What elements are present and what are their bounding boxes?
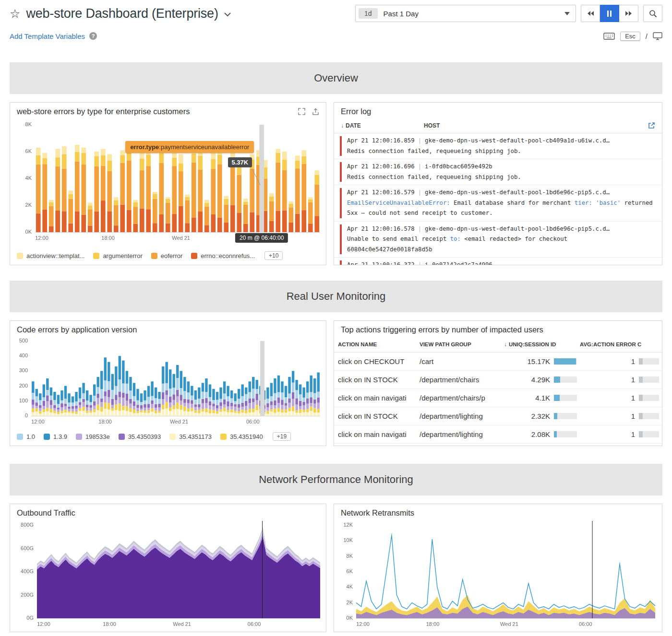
session-count-value: 4.1K	[535, 394, 550, 402]
help-icon[interactable]: ?	[89, 32, 97, 40]
log-severity-bar	[340, 162, 342, 182]
table-row[interactable]: click on IN STOCK/department/lighting2.3…	[334, 407, 662, 425]
favorite-star-icon[interactable]: ☆	[10, 8, 20, 20]
legend-item[interactable]: errno::econnrefus...	[191, 252, 255, 259]
log-message-link: 'basic'	[596, 200, 621, 206]
log-row[interactable]: Apr 21 12:00:16.696|i-0fd0bcac6059e492bR…	[334, 159, 662, 185]
legend-item[interactable]: 1.3.9	[44, 433, 67, 440]
legend-item[interactable]: eoferror	[151, 252, 183, 259]
zoom-search-button[interactable]	[643, 5, 662, 22]
legend-label: 1.0	[26, 433, 35, 440]
legend-item[interactable]: 1.0	[17, 433, 35, 440]
legend-swatch	[17, 253, 23, 259]
legend-swatch	[191, 253, 197, 259]
network-retransmits-panel: Network Retransmits	[334, 504, 662, 632]
avg-error-count-value: 1	[631, 376, 635, 384]
open-in-log-explorer-icon[interactable]	[648, 122, 655, 129]
table-row[interactable]: click on IN STOCK/department/chairs4.29K…	[334, 371, 662, 389]
pause-icon-bar	[610, 11, 612, 17]
legend-item[interactable]: 198533e	[76, 433, 110, 440]
section-header-overview: Overview	[10, 62, 662, 94]
sort-desc-icon[interactable]: ↓	[341, 122, 344, 129]
log-date: Apr 21 12:00:16.696	[347, 163, 415, 170]
column-uniq-session-id[interactable]: ↓UNIQ:SESSION ID	[504, 341, 580, 348]
panel-title: Outbound Traffic	[17, 508, 75, 518]
top-actions-table-header: ACTION NAME VIEW PATH GROUP ↓UNIQ:SESSIO…	[334, 336, 662, 353]
legend-item[interactable]: actionview::templat...	[17, 252, 84, 259]
top-actions-panel: Top actions triggering errors by number …	[334, 320, 662, 446]
log-separator: |	[415, 189, 425, 196]
code-errors-chart-canvas[interactable]	[10, 336, 326, 427]
column-action-name[interactable]: ACTION NAME	[338, 342, 420, 347]
log-row[interactable]: Apr 21 12:00:16.372|i-0e07142ed2c7a4996R…	[334, 258, 662, 265]
dashboard-page: ☆ web-store Dashboard (Enterprise) 1d Pa…	[0, 0, 672, 636]
panel-title: Top actions triggering errors by number …	[341, 325, 543, 334]
panel-title: Network Retransmits	[341, 508, 414, 518]
log-row-meta: Apr 21 12:00:16.578|gke-demo-dpn-us-west…	[347, 224, 655, 235]
log-message: Unable to send email receipt to: <email …	[347, 234, 655, 255]
errors-by-type-chart-canvas[interactable]	[10, 118, 326, 247]
legend-more-chip[interactable]: +10	[264, 251, 283, 260]
error-log-panel: Error log ↓ DATE HOST Apr 21 12:00:16.85…	[334, 102, 662, 265]
table-row[interactable]: click on main navigati/department/lighti…	[334, 425, 662, 444]
log-date-column-header[interactable]: DATE	[346, 122, 424, 129]
session-count-bar	[554, 413, 577, 419]
column-avg-action-error-count[interactable]: AVG:ACTION ERROR C	[580, 342, 662, 347]
time-range-select[interactable]: 1d Past 1 Day	[355, 5, 576, 22]
log-date: Apr 21 12:00:16.372	[347, 261, 415, 265]
legend-item[interactable]: 35.4351173	[169, 433, 212, 440]
chevron-down-icon[interactable]	[224, 12, 231, 17]
network-retransmits-chart-canvas[interactable]	[334, 519, 662, 631]
playback-button-group	[581, 5, 638, 22]
log-row[interactable]: Apr 21 12:00:16.578|gke-demo-dpn-us-west…	[334, 222, 662, 258]
fullscreen-monitor-icon[interactable]	[653, 32, 662, 40]
time-range-badge: 1d	[359, 8, 378, 19]
avg-error-count-bar-fill	[639, 431, 643, 437]
legend-label: 1.3.9	[53, 433, 67, 440]
legend-label: 35.4351173	[179, 433, 212, 440]
pause-button[interactable]	[600, 5, 619, 22]
esc-key[interactable]: Esc	[620, 32, 640, 41]
view-path-cell: /cart	[420, 357, 504, 365]
skip-forward-button[interactable]	[619, 5, 638, 22]
log-separator: |	[415, 261, 425, 265]
caret-down-icon	[564, 12, 570, 15]
log-row[interactable]: Apr 21 12:00:16.579|gke-demo-dpn-us-west…	[334, 185, 662, 222]
add-template-variables-link[interactable]: Add Template Variables	[10, 32, 85, 40]
panel-title: Error log	[341, 107, 371, 116]
export-icon[interactable]	[312, 108, 319, 116]
log-message-link: to:	[450, 236, 461, 242]
log-message-text: Redis connection failed, requeueing ship…	[347, 174, 521, 180]
outbound-traffic-chart-canvas[interactable]	[10, 519, 326, 631]
legend-more-chip[interactable]: +19	[273, 432, 291, 441]
legend-item[interactable]: 35.4350393	[119, 433, 161, 440]
log-row[interactable]: Apr 21 12:00:16.859|gke-demo-dpn-us-west…	[334, 133, 662, 159]
legend-label: 198533e	[85, 433, 110, 440]
session-count-cell: 15.17K	[504, 357, 580, 365]
dashboard-header: ☆ web-store Dashboard (Enterprise) 1d Pa…	[0, 0, 672, 22]
legend-item[interactable]: 35.4351940	[220, 433, 263, 440]
expand-icon[interactable]	[298, 108, 305, 115]
log-severity-bar	[340, 188, 342, 218]
time-controls: 1d Past 1 Day	[355, 5, 662, 22]
table-row[interactable]: click on main navigati/department/chairs…	[334, 389, 662, 407]
log-host-column-header[interactable]: HOST	[424, 122, 440, 129]
table-row[interactable]: click on CHECKOUT/cart15.17K1	[334, 353, 662, 371]
legend-label: actionview::templat...	[26, 252, 84, 259]
top-actions-table-body: click on CHECKOUT/cart15.17K1click on IN…	[334, 353, 662, 444]
skip-back-button[interactable]	[581, 5, 600, 22]
avg-error-count-bar	[639, 377, 659, 383]
legend-item[interactable]: argumenterror	[93, 252, 142, 259]
legend-swatch	[93, 253, 99, 259]
action-name-cell: click on main navigati	[338, 430, 420, 438]
log-message-text: Unable to send email receipt	[347, 236, 450, 242]
error-log-header: ↓ DATE HOST	[334, 118, 662, 133]
network-retransmits-chart-area	[334, 519, 662, 632]
avg-error-count-cell: 1	[580, 430, 662, 438]
log-host: gke-demo-dpn-us-west-default-pool-cb409a…	[425, 137, 610, 144]
column-view-path-group[interactable]: VIEW PATH GROUP	[420, 342, 504, 347]
avg-error-count-bar	[639, 413, 659, 419]
legend-swatch	[76, 434, 82, 440]
keyboard-icon[interactable]	[603, 32, 615, 40]
errors-chart-area: error.type:paymentserviceunavailableerro…	[10, 118, 326, 248]
